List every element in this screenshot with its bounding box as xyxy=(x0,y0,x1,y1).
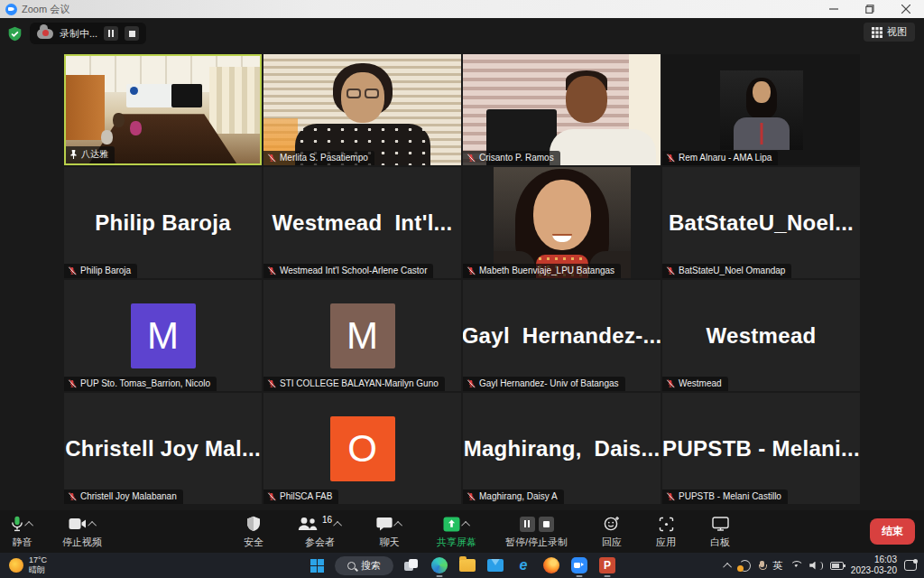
taskbar-app-edge[interactable] xyxy=(430,555,449,575)
scene-person xyxy=(113,113,125,127)
weather-condition: 晴朗 xyxy=(29,565,45,574)
chat-button[interactable]: 聊天 xyxy=(374,514,404,549)
participants-chevron-icon[interactable] xyxy=(333,520,342,529)
taskbar-app-zoom[interactable] xyxy=(569,555,589,575)
participant-tile[interactable]: O PhilSCA FAB xyxy=(263,393,461,504)
tray-microphone-icon[interactable] xyxy=(758,561,765,571)
taskbar-weather-widget[interactable]: 17°C 晴朗 xyxy=(9,555,47,576)
hidden-icons-chevron-icon[interactable] xyxy=(723,562,732,571)
participant-display-name: Maghirang, Dais... xyxy=(463,393,661,504)
stop-video-button[interactable]: 停止视频 xyxy=(60,514,104,549)
battery-icon[interactable] xyxy=(830,562,844,570)
participant-tile[interactable]: Maghirang, Dais... Maghirang, Daisy A xyxy=(463,393,661,504)
participant-name: Gayl Hernandez- Univ of Batangas xyxy=(479,378,619,388)
participant-grid: 八达雅 xyxy=(64,54,860,504)
participant-tile[interactable]: M STI COLLEGE BALAYAN-Marilyn Guno xyxy=(263,280,461,391)
muted-mic-icon xyxy=(666,379,675,388)
participant-name: Philip Baroja xyxy=(80,266,131,275)
participant-tile[interactable]: Merlita S. Pasatiempo xyxy=(263,54,461,165)
stop-recording-button[interactable] xyxy=(125,26,139,41)
restore-icon xyxy=(865,5,874,14)
participant-tile[interactable]: BatStateU_Noel... BatStateU_Noel Omandap xyxy=(662,167,860,278)
minimize-button[interactable] xyxy=(816,0,852,18)
reactions-button[interactable]: 回应 xyxy=(600,514,624,549)
restore-button[interactable] xyxy=(852,0,888,18)
participant-display-name: Gayl Hernandez-... xyxy=(463,280,661,391)
share-screen-button[interactable]: 共享屏幕 xyxy=(435,514,478,549)
wifi-icon[interactable] xyxy=(790,561,802,571)
participant-tile[interactable]: Gayl Hernandez-... Gayl Hernandez- Univ … xyxy=(463,280,661,391)
share-chevron-icon[interactable] xyxy=(461,520,470,529)
apps-button[interactable]: 应用 xyxy=(654,514,678,549)
participant-tile[interactable]: Philip Baroja Philip Baroja xyxy=(64,167,262,278)
taskbar-clock[interactable]: 16:03 2023-03-20 xyxy=(851,555,897,577)
end-meeting-button[interactable]: 结束 xyxy=(870,518,915,545)
participant-tile[interactable]: Westmead Int'l... Westmead Int'l School-… xyxy=(263,167,461,278)
participant-tile[interactable]: Westmead Westmead xyxy=(662,280,860,391)
participant-tile[interactable]: Mabeth Buenviaje_LPU Batangas xyxy=(463,167,661,278)
file-explorer-icon xyxy=(459,559,476,572)
chat-chevron-icon[interactable] xyxy=(393,520,402,529)
video-feed-person xyxy=(463,54,661,165)
internet-explorer-icon: e xyxy=(520,557,528,573)
mail-icon xyxy=(487,559,504,572)
volume-icon[interactable] xyxy=(809,562,823,570)
weather-temperature: 17°C xyxy=(29,555,47,564)
video-options-chevron-icon[interactable] xyxy=(88,520,97,529)
view-button[interactable]: 视图 xyxy=(864,23,915,42)
pause-recording-button[interactable] xyxy=(104,26,118,41)
profile-photo xyxy=(494,167,631,278)
participant-tile-room[interactable]: 八达雅 xyxy=(64,54,262,165)
participants-button[interactable]: 16 参会者 xyxy=(296,514,344,549)
participant-name: Merlita S. Pasatiempo xyxy=(280,153,368,163)
apps-label: 应用 xyxy=(656,536,676,549)
weather-text: 17°C 晴朗 xyxy=(29,555,47,576)
taskbar-app-mail[interactable] xyxy=(485,555,505,575)
notification-center-icon[interactable] xyxy=(904,560,917,571)
participant-display-name: Christell Joy Mal... xyxy=(64,393,262,504)
taskbar-app-ie[interactable]: e xyxy=(513,555,533,575)
participant-tile[interactable]: M PUP Sto. Tomas_Barrion, Nicolo xyxy=(64,280,262,391)
mute-options-chevron-icon[interactable] xyxy=(24,520,33,529)
participant-display-name: BatStateU_Noel... xyxy=(662,167,860,278)
stop-recording-icon[interactable] xyxy=(539,517,554,532)
participant-name-tag: BatStateU_Noel Omandap xyxy=(662,264,791,278)
pause-recording-icon[interactable] xyxy=(520,517,535,532)
share-screen-label: 共享屏幕 xyxy=(437,536,476,549)
participant-tile[interactable]: Christell Joy Mal... Christell Joy Malab… xyxy=(64,393,262,504)
start-button[interactable] xyxy=(307,555,327,575)
participant-tile[interactable]: Rem Alnaru - AMA Lipa xyxy=(662,54,860,165)
windows-taskbar: 17°C 晴朗 搜索 e xyxy=(0,553,924,578)
close-button[interactable] xyxy=(888,0,924,18)
stop-video-label: 停止视频 xyxy=(62,536,102,549)
mute-button[interactable]: 静音 xyxy=(9,514,35,549)
pause-stop-recording-control[interactable]: 暂停/停止录制 xyxy=(504,514,569,549)
zoom-meeting-window: 录制中... 视图 xyxy=(0,18,924,553)
taskbar-search[interactable]: 搜索 xyxy=(335,556,393,575)
input-method-indicator[interactable]: 英 xyxy=(772,559,782,573)
taskbar-app-powerpoint[interactable]: P xyxy=(597,555,617,575)
participant-name: 八达雅 xyxy=(81,148,108,161)
apps-icon xyxy=(659,517,674,532)
taskbar-app-firefox[interactable] xyxy=(541,555,561,575)
muted-mic-icon xyxy=(267,379,276,388)
participant-name: Westmead Int'l School-Arlene Castor xyxy=(280,266,427,275)
participant-tile[interactable]: Crisanto P. Ramos xyxy=(463,54,661,165)
participants-icon xyxy=(298,517,318,531)
participant-name: Christell Joy Malabanan xyxy=(80,491,177,501)
participant-tile[interactable]: PUPSTB - Melani... PUPSTB - Melani Casti… xyxy=(662,393,860,504)
security-button[interactable]: 安全 xyxy=(242,514,265,549)
task-view-button[interactable] xyxy=(402,555,421,575)
whiteboard-button[interactable]: 白板 xyxy=(708,514,732,549)
chat-label: 聊天 xyxy=(380,536,400,549)
muted-mic-icon xyxy=(467,266,476,275)
taskbar-app-file-explorer[interactable] xyxy=(457,555,477,575)
participant-name-tag: Westmead Int'l School-Arlene Castor xyxy=(263,264,433,278)
sync-status-icon[interactable] xyxy=(739,560,751,572)
participant-name-tag: Christell Joy Malabanan xyxy=(64,489,183,504)
search-label: 搜索 xyxy=(361,559,381,573)
muted-mic-icon xyxy=(467,492,476,501)
view-button-label: 视图 xyxy=(887,25,907,39)
participant-name: BatStateU_Noel Omandap xyxy=(679,266,785,275)
reactions-label: 回应 xyxy=(602,536,622,549)
